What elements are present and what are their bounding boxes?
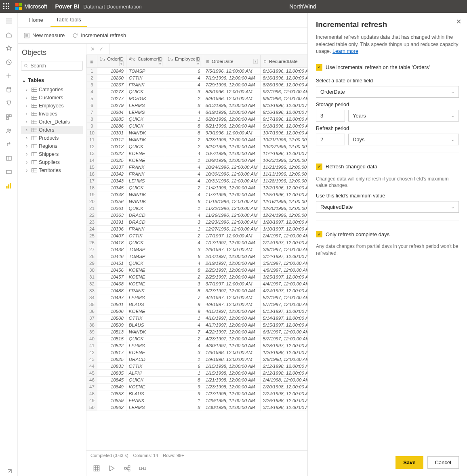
table-row[interactable]: 4210817KOENE31/6/1998, 12:00:00 AM1/20/1… <box>87 349 308 356</box>
table-item-regions[interactable]: ›Regions <box>21 142 83 150</box>
table-row[interactable]: 2810446TOMSP62/14/1997, 12:00:00 AM3/14/… <box>87 253 308 260</box>
trophy-icon[interactable] <box>5 99 13 107</box>
table-row[interactable]: 210260OTTIK47/19/1996, 12:00:00 AM8/16/1… <box>87 75 308 82</box>
table-row[interactable]: 1510337FRANK410/24/1996, 12:00:00 AM11/2… <box>87 164 308 171</box>
table-row[interactable]: 4810853BLAUS91/27/1998, 12:00:00 AM2/24/… <box>87 390 308 397</box>
table-item-shippers[interactable]: ›Shippers <box>21 150 83 158</box>
table-row[interactable]: 4010515QUICK24/23/1997, 12:00:00 AM5/7/1… <box>87 336 308 342</box>
new-measure-button[interactable]: New measure <box>23 32 65 39</box>
row-header[interactable]: ▦ <box>87 55 97 68</box>
table-row[interactable]: 710284LEHMS48/19/1996, 12:00:00 AM9/16/1… <box>87 109 308 116</box>
table-row[interactable]: 3610506KOENE94/15/1997, 12:00:00 AM5/13/… <box>87 308 308 315</box>
table-row[interactable]: 1610342FRANK410/30/1996, 12:00:00 AM11/1… <box>87 171 308 178</box>
star-icon[interactable] <box>5 44 13 52</box>
data-grid[interactable]: ▦1²₃ OrderID ▾Aᵇᴄ CustomerID ▾1²₃ Employ… <box>86 55 307 450</box>
table-item-orders[interactable]: ›Orders <box>21 126 83 134</box>
table-row[interactable]: 2510407OTTIK21/7/1997, 12:00:00 AM2/4/19… <box>87 233 308 239</box>
powerbi-icon[interactable] <box>5 182 13 190</box>
tab-home[interactable]: Home <box>23 14 49 26</box>
query-view-icon[interactable] <box>108 465 116 472</box>
col-orderid[interactable]: 1²₃ OrderID ▾ <box>97 55 126 68</box>
table-row[interactable]: 2010356WANDK611/18/1996, 12:00:00 AM12/1… <box>87 198 308 205</box>
table-row[interactable]: 3510501BLAUS94/9/1997, 12:00:00 AM5/7/19… <box>87 301 308 308</box>
col-requireddate[interactable]: 🗓 RequiredDate ▾ <box>260 55 307 68</box>
learn-icon[interactable] <box>5 154 13 162</box>
refresh-unit-select[interactable]: Days⌄ <box>348 134 459 145</box>
grid-view-icon[interactable] <box>93 465 100 472</box>
table-row[interactable]: 2310391DRACD312/23/1996, 12:00:00 AM1/20… <box>87 219 308 226</box>
table-row[interactable]: 810285QUICK18/20/1996, 12:00:00 AM9/17/1… <box>87 116 308 123</box>
table-row[interactable]: 1910348WANDK411/7/1996, 12:00:00 AM12/5/… <box>87 191 308 198</box>
hamburger-icon[interactable] <box>5 17 13 25</box>
table-item-order_details[interactable]: ›Order_Details <box>21 118 83 126</box>
table-item-products[interactable]: ›Products <box>21 134 83 142</box>
storage-unit-select[interactable]: Years⌄ <box>348 110 459 122</box>
table-row[interactable]: 2210363DRACD411/26/1996, 12:00:00 AM12/2… <box>87 212 308 219</box>
tables-group[interactable]: ⌄ Tables <box>22 77 82 83</box>
table-item-invoices[interactable]: ›Invoices <box>21 110 83 118</box>
model-view-icon[interactable] <box>124 465 131 472</box>
table-row[interactable]: 4510835ALFKI11/15/1998, 12:00:00 AM2/12/… <box>87 370 308 377</box>
table-row[interactable]: 4910859FRANK11/29/1998, 12:00:00 AM2/26/… <box>87 397 308 404</box>
table-row[interactable]: 610279LEHMS88/13/1996, 12:00:00 AM9/10/1… <box>87 102 308 109</box>
table-row[interactable]: 1710343LEHMS410/31/1996, 12:00:00 AM11/2… <box>87 178 308 185</box>
close-icon[interactable]: ✕ <box>456 18 461 25</box>
table-row[interactable]: 910286QUICK88/21/1996, 12:00:00 AM9/18/1… <box>87 123 308 130</box>
plus-icon[interactable] <box>5 72 13 80</box>
home-icon[interactable] <box>5 31 13 39</box>
cancel-button[interactable]: Cancel <box>427 456 459 469</box>
use-incremental-checkbox[interactable]: ✓ Use incremental refresh on the table '… <box>316 64 459 71</box>
table-row[interactable]: 410273QUICK38/5/1996, 12:00:00 AM9/2/199… <box>87 88 308 95</box>
table-row[interactable]: 2610418QUICK41/17/1997, 12:00:00 AM2/14/… <box>87 239 308 246</box>
tab-table-tools[interactable]: Table tools <box>50 13 87 27</box>
table-row[interactable]: 310267FRANK47/29/1996, 12:00:00 AM8/26/1… <box>87 82 308 88</box>
storage-value-input[interactable]: 3 <box>316 110 345 122</box>
table-item-suppliers[interactable]: ›Suppliers <box>21 158 83 166</box>
search-input[interactable] <box>21 61 83 71</box>
deploy-icon[interactable] <box>5 140 13 149</box>
table-item-employees[interactable]: ›Employees <box>21 102 83 110</box>
table-item-categories[interactable]: ›Categories <box>21 86 83 94</box>
database-icon[interactable] <box>5 86 13 94</box>
table-row[interactable]: 1210313QUICK29/24/1996, 12:00:00 AM10/22… <box>87 143 308 150</box>
commit-icon[interactable]: ✓ <box>99 46 103 52</box>
learn-more-link[interactable]: Learn more <box>332 48 358 54</box>
table-row[interactable]: 3810509BLAUS44/17/1997, 12:00:00 AM5/15/… <box>87 322 308 329</box>
table-row[interactable]: 2410396FRANK112/27/1996, 12:00:00 AM1/10… <box>87 226 308 233</box>
table-row[interactable]: 1310323KOENE410/7/1996, 12:00:00 AM11/4/… <box>87 150 308 157</box>
table-row[interactable]: 4410833OTTIK61/15/1998, 12:00:00 AM2/12/… <box>87 363 308 370</box>
table-row[interactable]: 4710849KOENE91/23/1998, 12:00:00 AM2/20/… <box>87 384 308 390</box>
incremental-refresh-button[interactable]: Incremental refresh <box>72 32 126 39</box>
expand-icon[interactable] <box>5 468 13 476</box>
clock-icon[interactable] <box>5 58 13 66</box>
table-item-territories[interactable]: ›Territories <box>21 166 83 174</box>
table-row[interactable]: 1010301WANDK89/9/1996, 12:00:00 AM10/7/1… <box>87 130 308 136</box>
table-row[interactable]: 4110522LEHMS44/30/1997, 12:00:00 AM5/28/… <box>87 342 308 349</box>
app-launcher-icon[interactable] <box>3 3 10 10</box>
col-orderdate[interactable]: 🗓 OrderDate ▾ <box>203 55 260 68</box>
relationship-icon[interactable] <box>139 465 146 472</box>
table-row[interactable]: 3710508OTTIK14/16/1997, 12:00:00 AM5/14/… <box>87 315 308 322</box>
table-row[interactable]: 3010456KOENE82/25/1997, 12:00:00 AM4/8/1… <box>87 267 308 274</box>
table-row[interactable]: 2110361QUICK111/22/1996, 12:00:00 AM12/2… <box>87 205 308 212</box>
save-button[interactable]: Save <box>395 456 423 469</box>
table-row[interactable]: 1410325KOENE110/9/1996, 12:00:00 AM10/23… <box>87 157 308 164</box>
table-row[interactable]: 3410497LEHMS74/4/1997, 12:00:00 AM5/2/19… <box>87 294 308 301</box>
table-row[interactable]: 2710438TOMSP32/6/1997, 12:00:00 AM3/6/19… <box>87 246 308 253</box>
table-row[interactable]: 3210468KOENE33/7/1997, 12:00:00 AM4/4/19… <box>87 281 308 287</box>
table-row[interactable]: 3910513WANDK74/22/1997, 12:00:00 AM6/3/1… <box>87 329 308 336</box>
refresh-changed-checkbox[interactable]: ✓ Refresh changed data <box>316 164 459 170</box>
table-row[interactable]: 4610845QUICK81/21/1998, 12:00:00 AM2/4/1… <box>87 377 308 384</box>
apps-icon[interactable] <box>5 113 13 121</box>
table-row[interactable]: 3110457KOENE22/25/1997, 12:00:00 AM3/25/… <box>87 274 308 281</box>
cancel-icon[interactable]: ✕ <box>90 46 95 52</box>
table-row[interactable]: 1810345QUICK211/4/1996, 12:00:00 AM12/2/… <box>87 185 308 191</box>
workspace-icon[interactable] <box>5 168 13 176</box>
refresh-value-input[interactable]: 2 <box>316 134 345 145</box>
maxfield-select[interactable]: RequiredDate⌄ <box>316 201 459 213</box>
complete-days-checkbox[interactable]: ✓ Only refresh complete days <box>316 231 459 237</box>
table-row[interactable]: 5010862LEHMS81/30/1998, 12:00:00 AM3/13/… <box>87 404 308 411</box>
col-customerid[interactable]: Aᵇᴄ CustomerID ▾ <box>126 55 165 68</box>
formula-bar[interactable] <box>109 44 307 55</box>
table-row[interactable]: 4310825DRACD11/9/1998, 12:00:00 AM2/6/19… <box>87 356 308 363</box>
